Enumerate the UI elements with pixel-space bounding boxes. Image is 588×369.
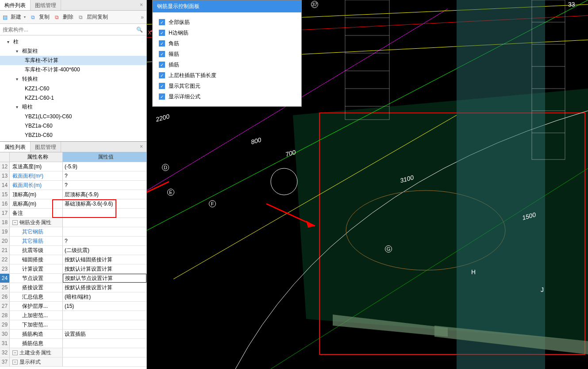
tab-drawing-mgmt[interactable]: 图纸管理 [31,0,61,10]
close-icon[interactable]: × [136,0,146,10]
3d-viewport[interactable]: D E F G H J 37 33 2200 800 700 3100 1500… [147,0,588,369]
close-icon[interactable]: × [136,142,146,152]
property-row[interactable]: 31插筋信息 [0,339,146,348]
new-label: 新建 [11,13,21,21]
new-icon: ▤ [3,14,9,20]
checkbox-row[interactable]: ✓上层柱插筋下插长度 [159,70,295,81]
property-row[interactable]: 14截面周长(m)? [0,181,146,190]
copy-label: 复制 [39,13,50,21]
property-tabs: 属性列表 图层管理 × [0,142,146,152]
copy-button[interactable]: ⧉ 复制 [31,13,50,21]
checkbox-icon[interactable]: ✓ [159,19,165,25]
delete-label: 删除 [63,13,73,21]
property-row[interactable]: 18−钢筋业务属性 [0,218,146,227]
new-button[interactable]: ▤ 新建 ▾ [3,13,26,21]
tree-item[interactable]: YBZ1(LC=300)-C60 [0,112,146,121]
grid-label: E [167,189,174,196]
left-panel: 构件列表 图纸管理 × ▤ 新建 ▾ ⧉ 复制 ⧉ 删除 ⧉ 层间复制 » 🔍 … [0,0,147,369]
checkbox-label: 角筋 [169,40,179,47]
checkbox-row[interactable]: ✓全部纵筋 [159,17,295,27]
chevron-down-icon: ▾ [24,15,26,19]
layer-copy-label: 层间复制 [87,13,108,21]
property-row[interactable]: 27保护层厚...(15) [0,302,146,311]
checkbox-label: 插筋 [169,61,179,69]
checkbox-icon[interactable]: ✓ [159,30,165,36]
property-row[interactable]: 15顶标高(m)层顶标高(-5.9) [0,190,146,199]
property-row[interactable]: 30插筋构造设置插筋 [0,330,146,339]
checkbox-icon[interactable]: ✓ [159,40,165,47]
component-tree: ▾柱 ▾框架柱 车库柱-不计算 车库柱-不计算-400*600 ▾转换柱 KZZ… [0,35,146,141]
checkbox-icon[interactable]: ✓ [159,51,165,57]
tab-properties[interactable]: 属性列表 [0,142,31,152]
grid-label: G [385,245,392,252]
delete-icon: ⧉ [55,14,61,20]
tab-layer-mgmt[interactable]: 图层管理 [31,142,61,152]
checkbox-row[interactable]: ✓角筋 [159,38,295,49]
checkbox-label: 箍筋 [169,50,179,58]
delete-button[interactable]: ⧉ 删除 [55,13,73,21]
checkbox-icon[interactable]: ✓ [159,62,165,68]
tree-item[interactable]: YBZ1b-C60 [0,130,146,140]
checkbox-row[interactable]: ✓插筋 [159,59,295,70]
col-header-value: 属性值 [63,152,146,162]
property-body[interactable]: 12泵送高度(m)(-5.9)13截面面积(m²)?14截面周长(m)?15顶标… [0,162,146,369]
rebar-display-panel: 钢筋显示控制面板 ✓全部纵筋✓H边钢筋✓角筋✓箍筋✓插筋✓上层柱插筋下插长度✓显… [152,0,302,107]
grid-label: D [162,164,169,171]
component-tabs: 构件列表 图纸管理 × [0,0,146,11]
search-row: 🔍 [0,24,146,35]
tree-group[interactable]: ▾框架柱 [0,47,146,56]
checkbox-label: H边钢筋 [169,29,188,37]
property-row[interactable]: 25搭接设置按默认搭接设置计算 [0,283,146,292]
tree-item[interactable]: KZZ1-C60 [0,84,146,93]
checkbox-label: 全部纵筋 [169,19,190,26]
property-row[interactable]: 13截面面积(m²)? [0,171,146,181]
tree-item[interactable]: 车库柱-不计算-400*600 [0,65,146,74]
search-input[interactable] [0,27,133,33]
property-panel: 属性列表 图层管理 × 属性名称 属性值 12泵送高度(m)(-5.9)13截面… [0,141,146,369]
property-row[interactable]: 12泵送高度(m)(-5.9) [0,162,146,171]
property-header: 属性名称 属性值 [0,152,146,162]
copy-icon: ⧉ [31,14,37,20]
property-row[interactable]: 17备注 [0,209,146,218]
layer-copy-button[interactable]: ⧉ 层间复制 [79,13,108,21]
property-row[interactable]: 23计算设置按默认计算设置计算 [0,264,146,274]
tree-group[interactable]: ▾暗柱 [0,102,146,112]
tree-item[interactable]: KZZ1-C60-1 [0,93,146,102]
checkbox-label: 显示其它图元 [169,82,200,90]
property-row[interactable]: 28上加密范... [0,311,146,320]
checkbox-icon[interactable]: ✓ [159,83,165,89]
toolbar-more-icon[interactable]: » [141,14,144,20]
component-toolbar: ▤ 新建 ▾ ⧉ 复制 ⧉ 删除 ⧉ 层间复制 » [0,11,146,24]
tree-root[interactable]: ▾柱 [0,37,146,47]
checkbox-row[interactable]: ✓箍筋 [159,49,295,59]
svg-rect-12 [345,0,389,120]
checkbox-icon[interactable]: ✓ [159,72,165,78]
property-row[interactable]: 22锚固搭接按默认锚固搭接计算 [0,255,146,264]
search-icon[interactable]: 🔍 [133,27,146,33]
property-row[interactable]: 32−土建业务属性 [0,348,146,357]
property-row[interactable]: 24节点设置按默认节点设置计算 [0,274,146,283]
grid-label: 37 [311,1,318,8]
svg-point-10 [271,168,297,195]
tree-group[interactable]: ▾转换柱 [0,74,146,84]
property-row[interactable]: 37−显示样式 [0,357,146,367]
checkbox-label: 上层柱插筋下插长度 [169,72,216,79]
panel-title: 钢筋显示控制面板 [153,0,301,12]
tree-item[interactable]: 车库柱-不计算 [0,56,146,65]
col-header-name: 属性名称 [10,152,63,162]
property-row[interactable]: 26汇总信息(暗柱/端柱) [0,292,146,302]
property-row[interactable]: 20其它箍筋? [0,237,146,246]
checkbox-icon[interactable]: ✓ [159,93,165,100]
checkbox-row[interactable]: ✓H边钢筋 [159,27,295,38]
checkbox-row[interactable]: ✓显示其它图元 [159,81,295,91]
property-row[interactable]: 16底标高(m)基础顶标高-3.6(-9.6) [0,199,146,209]
grid-label: F [209,200,216,207]
property-row[interactable]: 19其它钢筋 [0,227,146,237]
tree-item[interactable]: YBZ1a-C60 [0,121,146,130]
property-row[interactable]: 29下加密范... [0,320,146,330]
property-row[interactable]: 21抗震等级(二级抗震) [0,246,146,255]
layer-copy-icon: ⧉ [79,14,85,20]
checkbox-row[interactable]: ✓显示详细公式 [159,91,295,102]
checkbox-label: 显示详细公式 [169,93,200,101]
tab-component-list[interactable]: 构件列表 [0,0,31,10]
